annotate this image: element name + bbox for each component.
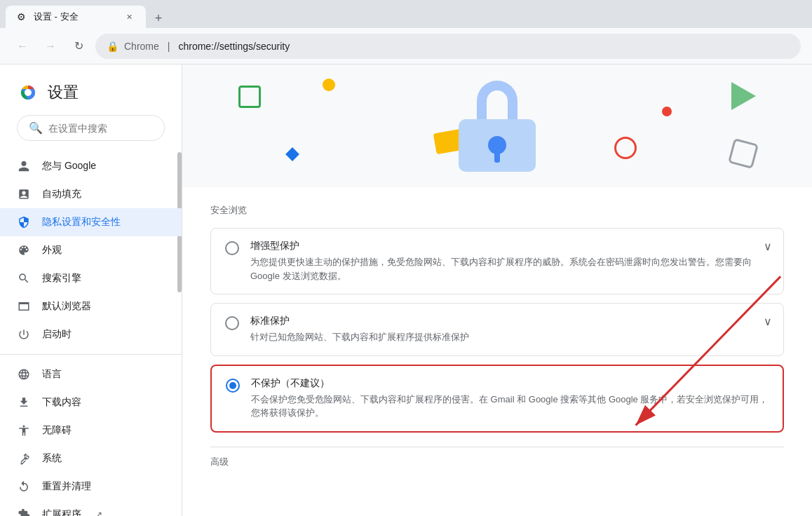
sidebar-item-google-label: 您与 Google	[42, 160, 96, 172]
sidebar-item-reset[interactable]: 重置并清理	[0, 473, 182, 501]
sidebar-item-reset-label: 重置并清理	[42, 480, 91, 493]
standard-expand-icon[interactable]: ∨	[764, 315, 772, 328]
no-protection-desc: 不会保护您免受危险网站、下载内容和扩展程序的侵害。在 Gmail 和 Googl…	[251, 393, 769, 420]
no-protection-title: 不保护（不建议）	[251, 377, 769, 390]
radio-selected-dot	[229, 382, 236, 389]
wrench-icon	[17, 452, 31, 466]
lock-keyhole-stem	[494, 153, 500, 163]
svg-point-2	[25, 89, 32, 96]
power-icon	[17, 327, 31, 341]
sidebar-item-accessibility-label: 无障碍	[42, 424, 72, 437]
sidebar-item-privacy-label: 隐私设置和安全性	[42, 216, 121, 229]
shape-pink-circle	[614, 137, 637, 159]
address-url: chrome://settings/security	[178, 41, 790, 52]
settings-header: 设置	[0, 76, 182, 115]
accessibility-icon	[17, 423, 31, 437]
puzzle-icon	[17, 508, 31, 516]
standard-title: 标准保护	[250, 315, 769, 327]
shape-green-square	[238, 86, 261, 108]
sidebar-item-autofill[interactable]: 自动填充	[0, 180, 182, 208]
no-protection-option[interactable]: 不保护（不建议） 不会保护您免受危险网站、下载内容和扩展程序的侵害。在 Gmai…	[210, 365, 784, 433]
browser-frame: ⚙ 设置 - 安全 ✕ + ← → ↻ 🔒 Chrome | chrome://…	[0, 0, 812, 516]
external-link-icon: ↗	[95, 510, 102, 516]
address-brand: Chrome	[124, 41, 159, 52]
enhanced-expand-icon[interactable]: ∨	[764, 240, 772, 253]
back-button[interactable]: ←	[11, 35, 34, 57]
hero-area	[182, 64, 812, 187]
sidebar-item-search[interactable]: 搜索引擎	[0, 264, 182, 292]
sidebar-item-system-label: 系统	[42, 452, 62, 465]
palette-icon	[17, 243, 31, 257]
sidebar-item-appearance-label: 外观	[42, 244, 62, 257]
sidebar-item-language[interactable]: 语言	[0, 360, 182, 388]
tab-favicon: ⚙	[17, 11, 28, 22]
standard-protection-option[interactable]: 标准保护 针对已知危险网站、下载内容和扩展程序提供标准保护 ∨	[210, 303, 784, 356]
enhanced-content: 增强型保护 为您提供更快速主动的保护措施，免受危险网站、下载内容和扩展程序的威胁…	[250, 240, 769, 283]
standard-desc: 针对已知危险网站、下载内容和扩展程序提供标准保护	[250, 330, 769, 344]
enhanced-protection-option[interactable]: 增强型保护 为您提供更快速主动的保护措施，免受危险网站、下载内容和扩展程序的威胁…	[210, 228, 784, 294]
advanced-section-title: 高级	[210, 447, 784, 468]
enhanced-radio[interactable]	[225, 241, 239, 255]
sidebar-item-browser[interactable]: 默认浏览器	[0, 292, 182, 320]
sidebar-item-startup-label: 启动时	[42, 328, 72, 341]
shape-green-triangle	[731, 82, 756, 110]
security-icon: 🔒	[107, 41, 119, 52]
search-box[interactable]: 🔍	[17, 115, 165, 141]
sidebar-item-language-label: 语言	[42, 368, 62, 381]
reset-icon	[17, 480, 31, 494]
sidebar-item-startup[interactable]: 启动时	[0, 320, 182, 348]
no-protection-radio[interactable]	[226, 379, 240, 393]
sidebar-item-downloads-label: 下载内容	[42, 396, 81, 409]
shape-blue-diamond	[285, 147, 299, 161]
shape-yellow-circle	[323, 79, 335, 91]
sidebar-item-browser-label: 默认浏览器	[42, 300, 91, 313]
standard-content: 标准保护 针对已知危险网站、下载内容和扩展程序提供标准保护	[250, 315, 769, 344]
no-protection-content: 不保护（不建议） 不会保护您免受危险网站、下载内容和扩展程序的侵害。在 Gmai…	[251, 377, 769, 420]
shape-red-dot	[662, 107, 672, 116]
tab-bar: ⚙ 设置 - 安全 ✕ +	[0, 0, 812, 28]
sidebar: 设置 🔍 您与 Google	[0, 64, 182, 516]
active-tab[interactable]: ⚙ 设置 - 安全 ✕	[6, 6, 146, 28]
sidebar-item-autofill-label: 自动填充	[42, 188, 81, 201]
nav-divider	[0, 354, 182, 355]
main-content: 设置 🔍 您与 Google	[0, 64, 812, 516]
lock-illustration	[459, 81, 536, 172]
shape-gray-hex	[728, 138, 759, 169]
chrome-logo	[17, 81, 39, 104]
safe-browsing-title: 安全浏览	[210, 204, 784, 217]
settings-content: 安全浏览 增强型保护 为您提供更快速主动的保护措施，免受危险网站、下载内容和扩展…	[182, 187, 812, 485]
page-title: 设置	[48, 82, 79, 103]
person-icon	[17, 159, 31, 173]
search-input[interactable]	[48, 123, 171, 134]
autofill-icon	[17, 187, 31, 201]
lock-keyhole	[488, 136, 506, 154]
sidebar-item-downloads[interactable]: 下载内容	[0, 388, 182, 416]
sidebar-item-extensions-label: 扩展程序	[42, 508, 81, 516]
lock-body	[459, 119, 536, 172]
content-area: 安全浏览 增强型保护 为您提供更快速主动的保护措施，免受危险网站、下载内容和扩展…	[182, 64, 812, 516]
browser-icon	[17, 299, 31, 313]
sidebar-item-appearance[interactable]: 外观	[0, 236, 182, 264]
globe-icon	[17, 367, 31, 381]
enhanced-desc: 为您提供更快速主动的保护措施，免受危险网站、下载内容和扩展程序的威胁。系统会在密…	[250, 255, 769, 283]
address-input[interactable]: 🔒 Chrome | chrome://settings/security	[95, 34, 801, 59]
sidebar-item-system[interactable]: 系统	[0, 444, 182, 473]
forward-button[interactable]: →	[39, 35, 62, 57]
enhanced-title: 增强型保护	[250, 240, 769, 252]
sidebar-item-search-label: 搜索引擎	[42, 272, 81, 285]
sidebar-item-extensions[interactable]: 扩展程序 ↗	[0, 501, 182, 516]
search-container: 🔍	[0, 115, 182, 152]
tab-close-button[interactable]: ✕	[123, 11, 135, 22]
sidebar-item-privacy[interactable]: 隐私设置和安全性	[0, 208, 182, 236]
sidebar-item-accessibility[interactable]: 无障碍	[0, 416, 182, 444]
new-tab-button[interactable]: +	[149, 8, 168, 28]
tab-title: 设置 - 安全	[34, 11, 118, 23]
search-icon	[17, 271, 31, 285]
reload-button[interactable]: ↻	[67, 35, 90, 57]
download-icon	[17, 395, 31, 409]
sidebar-item-google[interactable]: 您与 Google	[0, 152, 182, 180]
standard-radio[interactable]	[225, 316, 239, 330]
lock-shackle	[477, 81, 517, 119]
shield-icon	[17, 215, 31, 229]
address-bar: ← → ↻ 🔒 Chrome | chrome://settings/secur…	[0, 28, 812, 64]
